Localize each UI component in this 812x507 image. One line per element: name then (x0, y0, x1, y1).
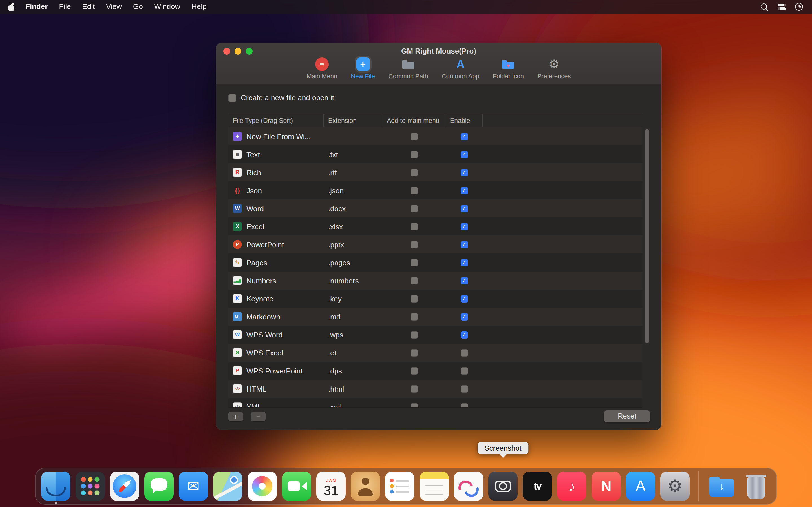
enable-checkbox[interactable]: ✓ (460, 295, 468, 302)
dock-item-facetime[interactable] (282, 471, 311, 501)
add-to-main-menu-checkbox[interactable] (410, 187, 417, 194)
add-to-main-menu-checkbox[interactable] (410, 349, 417, 356)
menu-item-file[interactable]: File (53, 0, 77, 13)
enable-checkbox[interactable]: ✓ (460, 169, 468, 176)
dock-item-appstore[interactable]: A (626, 471, 655, 501)
dock-item-freeform[interactable] (454, 471, 483, 501)
add-to-main-menu-checkbox[interactable] (410, 205, 417, 212)
enable-checkbox[interactable] (460, 349, 468, 356)
enable-checkbox[interactable]: ✓ (460, 313, 468, 320)
menu-item-go[interactable]: Go (128, 0, 149, 13)
enable-checkbox[interactable]: ✓ (460, 205, 468, 212)
dock-item-messages[interactable] (144, 471, 174, 501)
dock-item-mail[interactable]: ✉ (179, 471, 208, 501)
menu-item-view[interactable]: View (100, 0, 128, 13)
add-to-main-menu-checkbox[interactable] (410, 151, 417, 158)
remove-row-button[interactable]: − (251, 411, 266, 421)
menu-item-help[interactable]: Help (186, 0, 212, 13)
enable-checkbox[interactable]: ✓ (460, 223, 468, 230)
table-row-numbers[interactable]: ▂▄▆Numbers.numbers✓ (229, 272, 642, 290)
apple-logo-icon[interactable] (8, 3, 15, 11)
table-row-pages[interactable]: ✎Pages.pages✓ (229, 253, 642, 272)
add-to-main-menu-checkbox[interactable] (410, 295, 417, 302)
toolbar-tab-new-file[interactable]: +New File (347, 57, 378, 79)
table-scrollbar[interactable] (645, 127, 649, 408)
table-row-rich[interactable]: RRich.rtf✓ (229, 163, 642, 181)
control-center-icon[interactable] (777, 4, 786, 10)
toolbar-tab-folder-icon[interactable]: ♥Folder Icon (490, 57, 527, 79)
dock-item-contacts[interactable] (351, 471, 380, 501)
reset-button[interactable]: Reset (604, 410, 650, 422)
dock-item-screenshot[interactable] (488, 471, 518, 501)
create-file-checkbox[interactable] (229, 94, 236, 102)
add-to-main-menu-checkbox[interactable] (410, 169, 417, 176)
dock-item-music[interactable]: ♪ (557, 471, 587, 501)
table-row-text[interactable]: ≡Text.txt✓ (229, 145, 642, 163)
enable-checkbox[interactable] (460, 367, 468, 374)
dock-item-trash[interactable] (742, 471, 771, 501)
create-file-option[interactable]: Create a new file and open it (229, 94, 334, 102)
table-row-json[interactable]: {}Json.json✓ (229, 181, 642, 200)
dock-item-settings[interactable]: ⚙ (660, 471, 690, 501)
menu-item-window[interactable]: Window (149, 0, 186, 13)
dock-item-launchpad[interactable] (75, 471, 105, 501)
minimize-button[interactable] (235, 48, 241, 55)
close-button[interactable] (223, 48, 230, 55)
column-header-extension[interactable]: Extension (324, 114, 382, 127)
dock-item-tv[interactable]: tv (523, 471, 552, 501)
scrollbar-thumb[interactable] (645, 129, 649, 343)
toolbar-tab-common-app[interactable]: ACommon App (439, 57, 483, 79)
add-to-main-menu-checkbox[interactable] (410, 403, 417, 408)
zoom-button[interactable] (246, 48, 253, 55)
toolbar-tab-preferences[interactable]: ⚙Preferences (534, 57, 574, 79)
column-header-enable[interactable]: Enable (446, 114, 483, 127)
dock-item-calendar[interactable]: JAN31 (316, 471, 346, 501)
table-row-wps-word[interactable]: WWPS Word.wps✓ (229, 326, 642, 344)
dock-item-safari[interactable] (110, 471, 139, 501)
table-row-keynote[interactable]: KKeynote.key✓ (229, 290, 642, 307)
column-header-add-to-main-menu[interactable]: Add to main menu (382, 114, 446, 127)
add-to-main-menu-checkbox[interactable] (410, 331, 417, 338)
enable-checkbox[interactable] (460, 385, 468, 392)
toolbar-tab-main-menu[interactable]: ≡Main Menu (303, 57, 341, 79)
add-to-main-menu-checkbox[interactable] (410, 241, 417, 248)
add-to-main-menu-checkbox[interactable] (410, 385, 417, 392)
dock-item-reminders[interactable] (385, 471, 414, 501)
enable-checkbox[interactable]: ✓ (460, 133, 468, 140)
table-row-word[interactable]: WWord.docx✓ (229, 200, 642, 217)
table-row-html[interactable]: </>HTML.html (229, 380, 642, 398)
enable-checkbox[interactable]: ✓ (460, 187, 468, 194)
dock-item-notes[interactable] (419, 471, 449, 501)
column-header-file-type-drag-sort-[interactable]: File Type (Drag Sort) (229, 114, 324, 127)
table-row-xml[interactable]: </>XML.xml (229, 398, 642, 408)
window-titlebar[interactable]: GM Right Mouse(Pro) ≡Main Menu+New FileC… (216, 43, 661, 84)
table-row-excel[interactable]: XExcel.xlsx✓ (229, 217, 642, 235)
dock-item-maps[interactable] (213, 471, 243, 501)
dock-item-downloads[interactable]: ↓ (707, 471, 737, 501)
add-to-main-menu-checkbox[interactable] (410, 313, 417, 320)
dock-item-news[interactable]: N (592, 471, 621, 501)
menu-item-edit[interactable]: Edit (77, 0, 100, 13)
add-to-main-menu-checkbox[interactable] (410, 133, 417, 140)
table-row-powerpoint[interactable]: PPowerPoint.pptx✓ (229, 235, 642, 253)
enable-checkbox[interactable]: ✓ (460, 277, 468, 284)
table-row-wps-excel[interactable]: SWPS Excel.et (229, 344, 642, 362)
table-row-wps-powerpoint[interactable]: PWPS PowerPoint.dps (229, 362, 642, 380)
add-to-main-menu-checkbox[interactable] (410, 367, 417, 374)
enable-checkbox[interactable]: ✓ (460, 259, 468, 266)
table-row-new-file-from-wi[interactable]: +New File From Wi...✓ (229, 127, 642, 145)
dock-item-finder[interactable] (41, 471, 70, 501)
enable-checkbox[interactable]: ✓ (460, 151, 468, 158)
search-icon[interactable] (760, 3, 769, 11)
enable-checkbox[interactable]: ✓ (460, 241, 468, 248)
add-row-button[interactable]: + (229, 411, 243, 421)
clock-icon[interactable] (795, 3, 803, 11)
enable-checkbox[interactable] (460, 403, 468, 408)
dock-item-photos[interactable] (248, 471, 277, 501)
menu-item-finder[interactable]: Finder (20, 0, 53, 13)
table-row-markdown[interactable]: M↓Markdown.md✓ (229, 307, 642, 326)
add-to-main-menu-checkbox[interactable] (410, 259, 417, 266)
enable-checkbox[interactable]: ✓ (460, 331, 468, 338)
add-to-main-menu-checkbox[interactable] (410, 223, 417, 230)
add-to-main-menu-checkbox[interactable] (410, 277, 417, 284)
